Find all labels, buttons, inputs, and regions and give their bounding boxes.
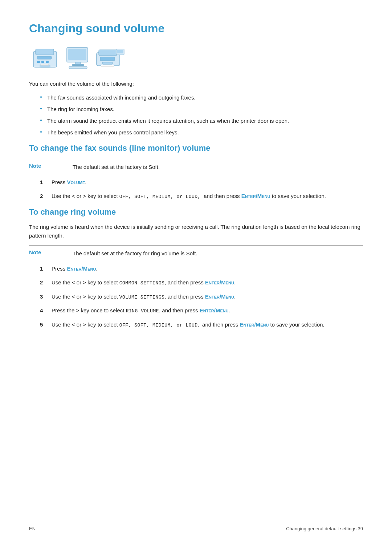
section-ring-heading: To change ring volume xyxy=(29,207,363,217)
list-item: The beeps emitted when you press control… xyxy=(40,128,363,137)
page-content: Changing sound volume xyxy=(0,0,392,358)
fax-options-mono: OFF, SOFT, MEDIUM, or LOUD, xyxy=(119,194,201,199)
note-fax: Note The default set at the factory is S… xyxy=(29,159,363,171)
svg-rect-1 xyxy=(36,49,54,55)
svg-rect-3 xyxy=(37,61,40,63)
svg-rect-5 xyxy=(46,61,49,63)
note-label-ring: Note xyxy=(29,249,73,255)
note-label-fax: Note xyxy=(29,163,73,169)
common-settings-mono: COMMON SETTINGS xyxy=(119,280,165,286)
ring-step-num-1: 1 xyxy=(40,264,52,273)
step-content-1: Press VOLUME. xyxy=(52,178,363,187)
svg-rect-16 xyxy=(102,62,113,64)
note-text-ring: The default set at the factory for ring … xyxy=(73,249,363,258)
ring-volume-mono: RING VOLUME xyxy=(126,308,159,314)
device-icons xyxy=(33,46,363,69)
ring-options-mono: OFF, SOFT, MEDIUM, or LOUD, xyxy=(119,323,201,328)
svg-rect-17 xyxy=(101,65,114,66)
ring-steps: 1 Press ENTER/MENU. 2 Use the < or > key… xyxy=(40,264,363,329)
ring-step-5: 5 Use the < or > key to select OFF, SOFT… xyxy=(40,320,363,329)
ring-step-content-1: Press ENTER/MENU. xyxy=(52,264,363,273)
list-item: The ring for incoming faxes. xyxy=(40,105,363,114)
volume-link: VOLUME xyxy=(67,179,85,185)
enter-menu-link-6: ENTER/MENU xyxy=(240,321,269,328)
step-content-2: Use the < or > key to select OFF, SOFT, … xyxy=(52,192,363,201)
svg-rect-12 xyxy=(69,66,87,69)
svg-rect-9 xyxy=(68,49,86,60)
ring-description: The ring volume is heard when the device… xyxy=(29,223,363,240)
svg-rect-19 xyxy=(117,50,123,53)
svg-rect-7 xyxy=(41,64,49,65)
section-fax-heading: To change the fax sounds (line monitor) … xyxy=(29,143,363,153)
svg-rect-2 xyxy=(37,56,52,59)
ring-step-2: 2 Use the < or > key to select COMMON SE… xyxy=(40,278,363,287)
enter-menu-link-4: ENTER/MENU xyxy=(205,293,234,300)
page-title: Changing sound volume xyxy=(29,22,363,35)
ring-step-num-3: 3 xyxy=(40,292,52,301)
ring-step-num-2: 2 xyxy=(40,278,52,287)
page-footer: EN Changing general default settings 39 xyxy=(29,522,363,531)
ring-step-1: 1 Press ENTER/MENU. xyxy=(40,264,363,273)
ring-step-content-3: Use the < or > key to select VOLUME SETT… xyxy=(52,292,363,301)
ring-step-num-4: 4 xyxy=(40,306,52,315)
svg-rect-14 xyxy=(99,50,117,56)
footer-right: Changing general default settings 39 xyxy=(286,526,363,531)
ring-step-3: 3 Use the < or > key to select VOLUME SE… xyxy=(40,292,363,301)
ring-step-4: 4 Press the > key once to select RING VO… xyxy=(40,306,363,315)
volume-settings-mono: VOLUME SETTINGS xyxy=(119,295,165,300)
note-text-fax: The default set at the factory is Soft. xyxy=(73,163,363,171)
svg-rect-15 xyxy=(100,57,115,61)
ring-step-content-5: Use the < or > key to select OFF, SOFT, … xyxy=(52,320,363,329)
fax-step-2: 2 Use the < or > key to select OFF, SOFT… xyxy=(40,192,363,201)
fax-step-1: 1 Press VOLUME. xyxy=(40,178,363,187)
footer-left: EN xyxy=(29,526,36,531)
svg-rect-4 xyxy=(41,61,44,63)
printer-icon xyxy=(96,46,126,69)
bullet-list: The fax sounds associated with incoming … xyxy=(40,93,363,137)
svg-rect-10 xyxy=(75,62,81,64)
enter-menu-link-1: ENTER/MENU xyxy=(241,193,270,199)
fax-machine-icon xyxy=(33,46,61,69)
enter-menu-link-2: ENTER/MENU xyxy=(67,266,96,272)
ring-step-num-5: 5 xyxy=(40,320,52,329)
enter-menu-link-5: ENTER/MENU xyxy=(200,307,229,313)
step-num-1: 1 xyxy=(40,178,52,187)
fax-steps: 1 Press VOLUME. 2 Use the < or > key to … xyxy=(40,178,363,201)
enter-menu-link-3: ENTER/MENU xyxy=(205,279,234,285)
list-item: The fax sounds associated with incoming … xyxy=(40,93,363,102)
list-item: The alarm sound the product emits when i… xyxy=(40,117,363,125)
note-ring: Note The default set at the factory for … xyxy=(29,245,363,258)
step-num-2: 2 xyxy=(40,192,52,200)
svg-rect-11 xyxy=(72,64,84,66)
intro-paragraph: You can control the volume of the follow… xyxy=(29,80,363,88)
monitor-icon xyxy=(65,46,91,69)
ring-step-content-2: Use the < or > key to select COMMON SETT… xyxy=(52,278,363,287)
ring-step-content-4: Press the > key once to select RING VOLU… xyxy=(52,306,363,315)
